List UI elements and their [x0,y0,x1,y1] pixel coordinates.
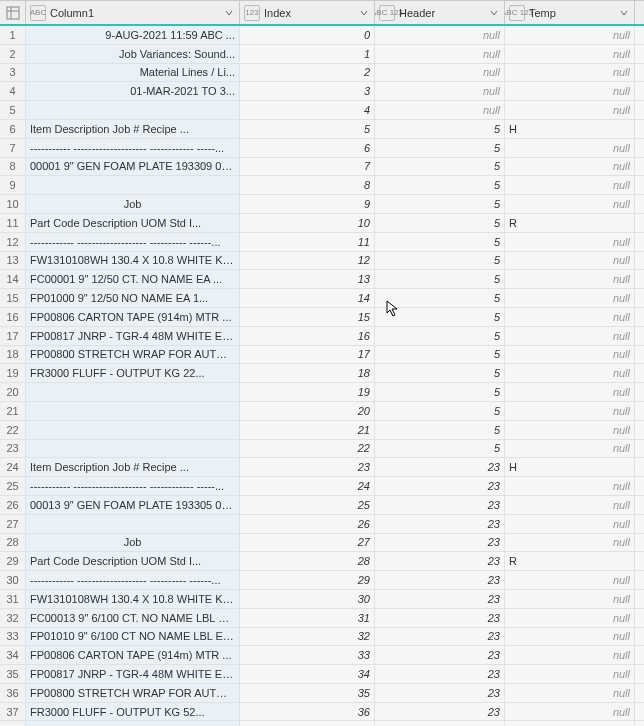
row-number[interactable]: 18 [0,346,26,364]
cell-index[interactable]: 32 [240,628,375,646]
row-number[interactable]: 26 [0,496,26,514]
row-number[interactable]: 27 [0,515,26,533]
cell-temp[interactable]: null [505,270,635,288]
cell-temp[interactable]: null [505,665,635,683]
cell-header[interactable]: 5 [375,421,505,439]
cell-column1[interactable] [26,421,240,439]
table-row[interactable]: 7----------- -------------------- ------… [0,139,644,158]
cell-index[interactable]: 4 [240,101,375,119]
cell-column1[interactable] [26,402,240,420]
cell-column1[interactable] [26,515,240,533]
table-row[interactable]: 985null [0,176,644,195]
cell-column1[interactable]: FP00817 JNRP - TGR-4 48M WHITE EA ... [26,327,240,345]
cell-header[interactable]: null [375,26,505,44]
cell-column1[interactable]: FW1310108WH 130.4 X 10.8 WHITE KG ... [26,252,240,270]
cell-temp[interactable]: null [505,364,635,382]
table-row[interactable]: 25----------- -------------------- -----… [0,477,644,496]
table-row[interactable]: 3Material Lines / Li...2nullnull [0,64,644,83]
cell-header[interactable]: null [375,101,505,119]
row-number[interactable]: 25 [0,477,26,495]
cell-header[interactable]: 5 [375,364,505,382]
table-row[interactable]: 37FR3000 FLUFF - OUTPUT KG 52...3623null [0,703,644,722]
cell-temp[interactable]: null [505,45,635,63]
cell-temp[interactable]: null [505,82,635,100]
cell-index[interactable]: 23 [240,458,375,476]
cell-index[interactable]: 36 [240,703,375,721]
row-number[interactable]: 34 [0,646,26,664]
cell-index[interactable]: 19 [240,383,375,401]
cell-temp[interactable]: null [505,64,635,82]
cell-index[interactable]: 11 [240,233,375,251]
cell-column1[interactable]: ----------- -------------------- -------… [26,139,240,157]
cell-temp[interactable]: null [505,703,635,721]
row-number[interactable]: 35 [0,665,26,683]
table-row[interactable]: 401-MAR-2021 TO 3...3nullnull [0,82,644,101]
row-number[interactable]: 19 [0,364,26,382]
cell-column1[interactable] [26,101,240,119]
cell-index[interactable]: 7 [240,158,375,176]
row-number[interactable]: 20 [0,383,26,401]
table-row[interactable]: 21205null [0,402,644,421]
cell-index[interactable]: 27 [240,534,375,552]
cell-column1[interactable] [26,176,240,194]
cell-temp[interactable]: R [505,214,635,232]
cell-header[interactable]: 5 [375,346,505,364]
table-row[interactable]: 6Item Description Job # Recipe ...55H [0,120,644,139]
cell-temp[interactable]: null [505,628,635,646]
cell-temp[interactable]: null [505,327,635,345]
cell-header[interactable]: 23 [375,515,505,533]
cell-index[interactable]: 6 [240,139,375,157]
table-row[interactable]: 19FR3000 FLUFF - OUTPUT KG 22...185null [0,364,644,383]
cell-index[interactable]: 31 [240,609,375,627]
row-number[interactable]: 6 [0,120,26,138]
table-row[interactable]: 31FW1310108WH 130.4 X 10.8 WHITE KG ...3… [0,590,644,609]
cell-temp[interactable]: null [505,646,635,664]
cell-column1[interactable] [26,440,240,458]
table-row[interactable]: 11Part Code Description UOM Std I...105R [0,214,644,233]
row-number[interactable]: 28 [0,534,26,552]
cell-column1[interactable]: 00001 9" GEN FOAM PLATE 193309 000... [26,158,240,176]
cell-index[interactable]: 37 [240,721,375,726]
cell-column1[interactable]: 9-AUG-2021 11:59 ABC ... [26,26,240,44]
cell-header[interactable]: 23 [375,609,505,627]
cell-index[interactable]: 12 [240,252,375,270]
table-row[interactable]: 800001 9" GEN FOAM PLATE 193309 000...75… [0,158,644,177]
cell-temp[interactable]: null [505,440,635,458]
chevron-down-icon[interactable] [223,7,235,19]
cell-header[interactable]: 23 [375,571,505,589]
cell-temp[interactable]: null [505,158,635,176]
row-number[interactable]: 9 [0,176,26,194]
cell-header[interactable]: 5 [375,383,505,401]
cell-index[interactable]: 3 [240,82,375,100]
cell-temp[interactable]: null [505,515,635,533]
cell-header[interactable]: 5 [375,440,505,458]
chevron-down-icon[interactable] [358,7,370,19]
table-row[interactable]: 22215null [0,421,644,440]
cell-column1[interactable]: FP00817 JNRP - TGR-4 48M WHITE EA ... [26,665,240,683]
cell-temp[interactable]: null [505,101,635,119]
table-corner[interactable] [0,1,26,24]
chevron-down-icon[interactable] [488,7,500,19]
table-row[interactable]: 32FC00013 9" 6/100 CT. NO NAME LBL EA ..… [0,609,644,628]
cell-temp[interactable]: null [505,496,635,514]
table-row[interactable]: 29Part Code Description UOM Std I...2823… [0,552,644,571]
table-row[interactable]: 17FP00817 JNRP - TGR-4 48M WHITE EA ...1… [0,327,644,346]
cell-header[interactable]: 5 [375,195,505,213]
cell-index[interactable]: 30 [240,590,375,608]
cell-temp[interactable]: null [505,534,635,552]
table-row[interactable]: 18FP00800 STRETCH WRAP FOR AUTOMATI ...1… [0,346,644,365]
cell-temp[interactable]: H [505,458,635,476]
table-row[interactable]: 33FP01010 9" 6/100 CT NO NAME LBL EA ...… [0,628,644,647]
table-row[interactable]: 13FW1310108WH 130.4 X 10.8 WHITE KG ...1… [0,252,644,271]
cell-header[interactable]: 5 [375,402,505,420]
row-number[interactable]: 36 [0,684,26,702]
cell-index[interactable]: 8 [240,176,375,194]
cell-column1[interactable]: FC00001 9" 12/50 CT. NO NAME EA ... [26,270,240,288]
cell-index[interactable]: 9 [240,195,375,213]
column-header-header[interactable]: ABC 123 Header [375,1,505,24]
table-row[interactable]: 16FP00806 CARTON TAPE (914m) MTR ...155n… [0,308,644,327]
table-row[interactable]: 24Item Description Job # Recipe ...2323H [0,458,644,477]
row-number[interactable]: 23 [0,440,26,458]
table-row[interactable]: 383723null [0,721,644,726]
cell-temp[interactable]: null [505,346,635,364]
